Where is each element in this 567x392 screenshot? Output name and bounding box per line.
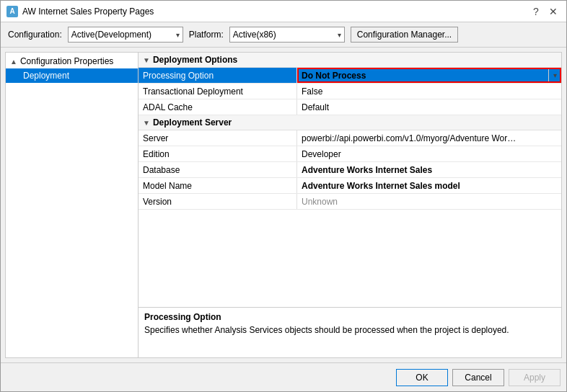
sidebar-expand-icon: ▲	[10, 58, 17, 66]
platform-select-wrapper[interactable]: Active(x86)	[229, 27, 345, 43]
prop-value-server: powerbi://api.powerbi.com/v1.0/myorg/Adv…	[297, 130, 561, 146]
properties-panel: ▼ Deployment Options Processing Option D…	[139, 52, 562, 358]
prop-value-version: Unknown	[297, 194, 561, 209]
prop-name-model-name: Model Name	[139, 178, 297, 193]
prop-row-model-name[interactable]: Model Name Adventure Works Internet Sale…	[139, 178, 561, 194]
sidebar-group-header[interactable]: ▲ Configuration Properties	[6, 54, 138, 68]
prop-name-processing-option: Processing Option	[139, 68, 297, 83]
config-manager-button[interactable]: Configuration Manager...	[351, 27, 458, 43]
description-panel: Processing Option Specifies whether Anal…	[139, 307, 561, 357]
sidebar-group-label: Configuration Properties	[20, 56, 113, 66]
prop-row-edition[interactable]: Edition Developer	[139, 146, 561, 162]
description-text: Specifies whether Analysis Services obje…	[144, 325, 555, 335]
prop-name-server: Server	[139, 130, 297, 146]
prop-row-processing-option[interactable]: Processing Option Do Not Process ▾	[139, 68, 561, 84]
prop-row-database[interactable]: Database Adventure Works Internet Sales	[139, 162, 561, 178]
section-deployment-server: ▼ Deployment Server	[139, 115, 561, 130]
cancel-button[interactable]: Cancel	[452, 369, 504, 386]
prop-row-server[interactable]: Server powerbi://api.powerbi.com/v1.0/my…	[139, 130, 561, 146]
prop-value-processing-option: Do Not Process	[297, 69, 548, 82]
prop-value-database: Adventure Works Internet Sales	[297, 162, 561, 177]
config-bar: Configuration: Active(Development) Platf…	[1, 22, 566, 48]
prop-name-edition: Edition	[139, 146, 297, 161]
prop-row-adal-cache[interactable]: ADAL Cache Default	[139, 99, 561, 115]
prop-value-adal-cache: Default	[297, 99, 561, 115]
platform-label: Platform:	[189, 30, 224, 40]
help-button[interactable]: ?	[529, 4, 543, 19]
prop-row-transactional-deployment[interactable]: Transactional Deployment False	[139, 84, 561, 99]
prop-value-processing-option-container[interactable]: Do Not Process ▾	[297, 68, 561, 83]
close-button[interactable]: ✕	[546, 4, 561, 19]
dialog-window: A AW Internet Sales Property Pages ? ✕ C…	[0, 0, 567, 392]
configuration-label: Configuration:	[8, 30, 62, 40]
section-expand-icon: ▼	[143, 56, 150, 64]
title-bar: A AW Internet Sales Property Pages ? ✕	[1, 1, 566, 22]
sidebar-group: ▲ Configuration Properties Deployment	[6, 53, 138, 84]
bottom-bar: OK Cancel Apply	[1, 362, 566, 391]
processing-option-dropdown-arrow[interactable]: ▾	[548, 68, 561, 83]
title-controls: ? ✕	[529, 4, 561, 19]
sidebar-item-deployment[interactable]: Deployment	[6, 68, 138, 83]
prop-name-transactional-deployment: Transactional Deployment	[139, 84, 297, 99]
prop-row-version[interactable]: Version Unknown	[139, 194, 561, 210]
apply-button[interactable]: Apply	[509, 369, 561, 386]
section-deployment-options: ▼ Deployment Options	[139, 53, 561, 68]
ok-button[interactable]: OK	[396, 369, 448, 386]
prop-name-database: Database	[139, 162, 297, 177]
title-bar-left: A AW Internet Sales Property Pages	[6, 6, 154, 17]
prop-name-version: Version	[139, 194, 297, 209]
configuration-select-wrapper[interactable]: Active(Development)	[68, 27, 183, 43]
prop-value-transactional-deployment: False	[297, 84, 561, 99]
description-title: Processing Option	[144, 312, 555, 322]
prop-name-adal-cache: ADAL Cache	[139, 99, 297, 115]
configuration-select[interactable]: Active(Development)	[68, 27, 183, 43]
main-content: ▲ Configuration Properties Deployment ▼ …	[1, 48, 566, 362]
section2-expand-icon: ▼	[143, 119, 150, 127]
properties-table: ▼ Deployment Options Processing Option D…	[139, 53, 561, 307]
window-title: AW Internet Sales Property Pages	[22, 6, 154, 17]
sidebar: ▲ Configuration Properties Deployment	[5, 52, 139, 358]
prop-value-edition: Developer	[297, 146, 561, 161]
prop-value-model-name: Adventure Works Internet Sales model	[297, 178, 561, 193]
platform-select[interactable]: Active(x86)	[229, 27, 345, 43]
app-icon: A	[6, 6, 18, 17]
